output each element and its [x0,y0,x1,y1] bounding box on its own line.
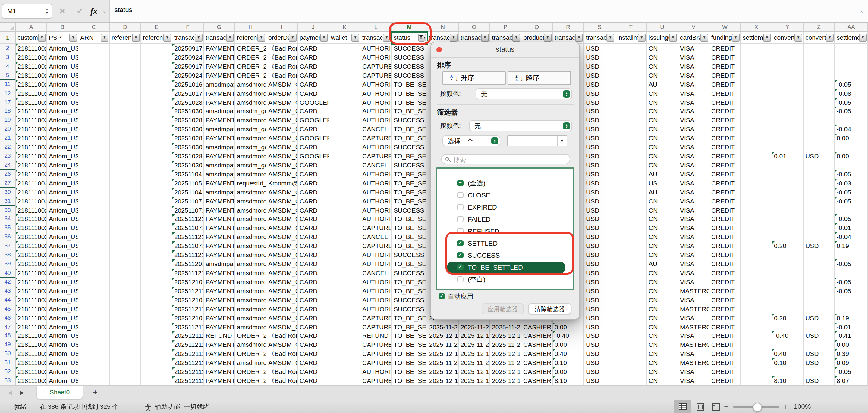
cell-K51[interactable] [329,358,361,368]
cell-H26[interactable]: amsdmord [235,170,267,179]
header-cell-C[interactable]: ARN▼ [79,32,110,44]
cell-U39[interactable]: AU [647,260,678,269]
cell-C5[interactable] [79,71,110,81]
cell-C51[interactable] [79,358,110,368]
cell-W31[interactable]: CREDIT [710,197,741,206]
row-header-24[interactable]: 24 [0,161,16,170]
cell-Y39[interactable] [772,260,804,269]
row-header-18[interactable]: 18 [0,107,16,116]
cell-C27[interactable] [79,179,110,188]
cell-K34[interactable] [329,215,361,224]
cell-Y36[interactable] [772,233,804,242]
filter-option-EXPIRED[interactable]: EXPIRED [437,201,573,213]
cell-G53[interactable]: PAYMENT_ [204,376,235,385]
cell-M11[interactable]: TO_BE_SE [392,80,427,90]
cell-Z31[interactable] [804,197,835,206]
cell-Y46[interactable]: 0.20 [772,313,804,323]
cell-I24[interactable]: AMSDM_C [267,161,298,170]
cell-T5[interactable] [615,71,647,81]
cell-E17[interactable] [141,98,173,107]
filter-dropdown-button-E[interactable]: ▼ [163,34,171,41]
cell-N49[interactable]: 2025-11-2 [427,340,459,350]
cell-S42[interactable]: USD [584,278,615,287]
cell-A11[interactable]: 218111002 [16,80,47,90]
cell-V17[interactable]: VISA [678,98,710,107]
row-header-52[interactable]: 52 [0,367,16,377]
cell-P53[interactable]: 2025-12-1 [490,376,521,385]
filter-option-TO_BE_SETTLED[interactable]: ✓TO_BE_SETTLED [437,261,573,273]
cell-Z17[interactable] [804,98,835,107]
cell-S49[interactable]: USD [584,340,615,350]
cell-H42[interactable]: amsdmord [235,278,267,287]
cell-L31[interactable]: AUTHORIZ [361,197,392,206]
row-header-40[interactable]: 40 [0,269,16,278]
cell-I51[interactable]: AMSDM_C [267,358,298,368]
cell-T46[interactable] [615,313,647,323]
apply-filter-button[interactable]: 应用筛选器 [482,303,524,314]
row-header-36[interactable]: 36 [0,233,16,242]
cell-M42[interactable]: TO_BE_SE [392,278,427,287]
cell-W40[interactable]: CREDIT [710,269,741,278]
cell-I12[interactable]: AMSDM_C [267,89,298,98]
cell-O47[interactable]: 2025-11-2 [459,322,490,332]
cell-AA4[interactable] [835,62,868,72]
filter-dropdown-button-D[interactable]: ▼ [132,34,140,41]
cell-T11[interactable] [615,80,647,90]
cell-U30[interactable]: AU [647,187,678,197]
cell-D23[interactable] [110,152,141,161]
cell-D35[interactable] [110,223,141,233]
cell-S3[interactable]: USD [584,53,615,63]
cell-A42[interactable]: 218111002 [16,278,47,287]
cell-A51[interactable]: 218111002 [16,358,47,368]
cell-L53[interactable]: CAPTURE [361,376,392,385]
row-header-53[interactable]: 53 [0,376,16,385]
cell-S22[interactable]: USD [584,143,615,152]
cell-E49[interactable] [141,340,173,350]
cell-Q50[interactable]: CASHIER_I [521,349,553,359]
cell-Y50[interactable]: 0.40 [772,349,804,359]
cell-W20[interactable]: CREDIT [710,125,741,135]
cell-X20[interactable] [741,125,772,135]
cell-T53[interactable] [615,376,647,385]
cell-AA39[interactable]: -0.05 [835,260,868,269]
cell-AA22[interactable] [835,143,868,152]
cell-T17[interactable] [615,98,647,107]
cell-L22[interactable]: AUTHORIZ [361,143,392,152]
header-cell-D[interactable]: referen▼ [110,32,141,44]
cell-M46[interactable]: TO_BE_SE [392,313,427,323]
cell-J36[interactable]: CARD [298,233,329,242]
cell-K11[interactable] [329,80,361,90]
cell-V52[interactable]: VISA [678,367,710,377]
cell-P47[interactable]: 2025-11-2 [490,322,521,332]
cell-X52[interactable] [741,367,772,377]
cell-D11[interactable] [110,80,141,90]
cell-Z47[interactable] [804,322,835,332]
filter-option-SUCCESS[interactable]: ✓SUCCESS [437,249,573,261]
cell-H34[interactable]: amsdmord [235,215,267,224]
cell-K38[interactable] [329,250,361,260]
cell-K30[interactable] [329,187,361,197]
cell-AA31[interactable]: -0.05 [835,197,868,206]
cell-H47[interactable]: amsdmord [235,322,267,332]
cell-H23[interactable]: amsdmord [235,152,267,161]
cell-I27[interactable]: Kmomm@ [267,179,298,188]
cell-L51[interactable]: CAPTURE [361,358,392,368]
cell-T39[interactable] [615,260,647,269]
filter-dropdown-button-R[interactable]: ▼ [575,34,583,41]
cell-J40[interactable]: CARD [298,269,329,278]
cell-AA35[interactable]: -0.01 [835,223,868,233]
cell-N48[interactable]: 2025-12-1 [427,332,459,341]
row-header-19[interactable]: 19 [0,116,16,126]
cell-M31[interactable]: TO_BE_SE [392,197,427,206]
cell-I31[interactable]: AMSDM_C [267,197,298,206]
cell-I48[interactable]: 《Bad Rom [267,332,298,341]
cell-V21[interactable]: VISA [678,134,710,143]
cell-Z42[interactable] [804,278,835,287]
header-cell-Z[interactable]: convert▼ [804,32,835,44]
cell-H49[interactable]: amsdmord [235,340,267,350]
cell-G50[interactable]: PAYMENT_ [204,349,235,359]
cell-H17[interactable]: amsdmord [235,98,267,107]
cell-A21[interactable]: 218111002 [16,134,47,143]
cell-AA12[interactable]: -0.08 [835,89,868,98]
cell-AA52[interactable]: -0.05 [835,367,868,377]
